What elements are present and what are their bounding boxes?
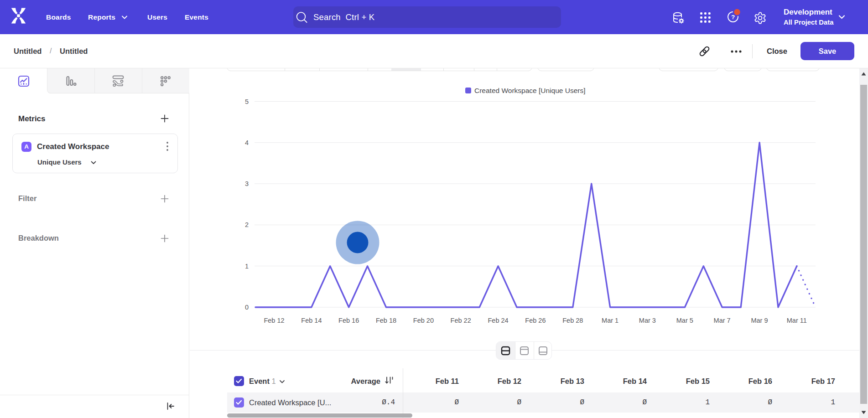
svg-text:4: 4 — [245, 139, 249, 146]
svg-text:Mar 1: Mar 1 — [602, 317, 619, 324]
svg-text:Feb 12: Feb 12 — [264, 317, 284, 324]
svg-text:Feb 24: Feb 24 — [488, 317, 509, 324]
svg-text:2: 2 — [245, 221, 249, 228]
svg-text:0: 0 — [245, 304, 249, 311]
svg-text:3: 3 — [245, 180, 249, 187]
svg-text:Feb 28: Feb 28 — [562, 317, 583, 324]
svg-text:Feb 18: Feb 18 — [376, 317, 396, 324]
svg-text:Feb 22: Feb 22 — [451, 317, 471, 324]
svg-text:Mar 3: Mar 3 — [639, 317, 656, 324]
svg-text:Feb 20: Feb 20 — [413, 317, 434, 324]
svg-text:Mar 5: Mar 5 — [676, 317, 693, 324]
svg-text:1: 1 — [245, 263, 249, 270]
svg-text:5: 5 — [245, 98, 249, 105]
svg-text:Feb 26: Feb 26 — [525, 317, 546, 324]
svg-text:Mar 11: Mar 11 — [787, 317, 807, 324]
svg-text:Mar 7: Mar 7 — [714, 317, 731, 324]
svg-text:Created Workspace [Unique User: Created Workspace [Unique Users] — [474, 87, 586, 94]
svg-text:Mar 9: Mar 9 — [751, 317, 768, 324]
svg-text:Feb 14: Feb 14 — [301, 317, 322, 324]
svg-text:Feb 16: Feb 16 — [338, 317, 359, 324]
